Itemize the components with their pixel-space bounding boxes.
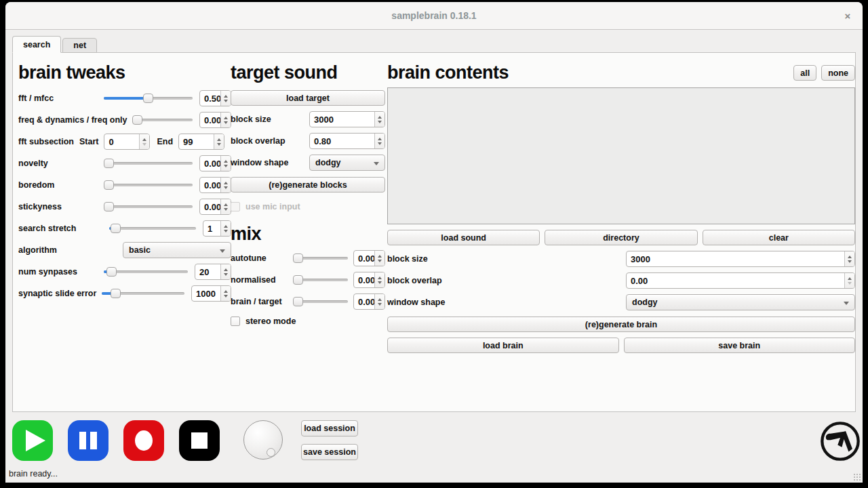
stop-button[interactable] xyxy=(179,420,220,461)
fft-mfcc-slider[interactable] xyxy=(104,93,193,104)
load-target-button[interactable]: load target xyxy=(231,90,385,106)
boredom-spinbox[interactable]: 0.00 xyxy=(199,177,231,193)
resize-grip[interactable] xyxy=(853,473,861,481)
normalised-value[interactable]: 0.00 xyxy=(354,272,374,287)
spin-up-icon[interactable] xyxy=(224,160,228,163)
regenerate-brain-button[interactable]: (re)generate brain xyxy=(387,317,855,332)
autotune-spinbox[interactable]: 0.00 xyxy=(353,250,385,266)
spin-up-icon[interactable] xyxy=(224,182,228,184)
spin-up-icon[interactable] xyxy=(848,277,852,280)
search-stretch-spinbox[interactable]: 1 xyxy=(203,220,231,237)
stickyness-value[interactable]: 0.00 xyxy=(200,199,220,214)
spin-buttons[interactable] xyxy=(220,264,231,279)
slider-handle[interactable] xyxy=(104,202,114,211)
select-none-button[interactable]: none xyxy=(821,65,855,81)
synaptic-slide-error-value[interactable]: 1000 xyxy=(192,286,220,301)
spin-up-icon[interactable] xyxy=(378,138,382,140)
spin-up-icon[interactable] xyxy=(217,138,221,141)
target-block-overlap-spinbox[interactable]: 0.80 xyxy=(309,133,385,149)
novelty-slider[interactable] xyxy=(104,158,193,169)
spin-up-icon[interactable] xyxy=(224,203,228,206)
spin-down-icon[interactable] xyxy=(224,295,228,298)
tab-search[interactable]: search xyxy=(12,36,61,53)
brain-block-size-spinbox[interactable]: 3000 xyxy=(626,251,855,267)
spin-down-icon[interactable] xyxy=(224,100,228,102)
directory-button[interactable]: directory xyxy=(545,230,697,245)
brain-block-overlap-spinbox[interactable]: 0.00 xyxy=(626,272,855,289)
boredom-slider[interactable] xyxy=(104,180,193,190)
novelty-spinbox[interactable]: 0.00 xyxy=(199,155,231,171)
spin-down-icon[interactable] xyxy=(224,165,228,167)
normalised-spinbox[interactable]: 0.00 xyxy=(353,272,385,288)
spin-buttons[interactable] xyxy=(374,251,384,266)
use-mic-input-checkbox[interactable] xyxy=(231,202,240,211)
spin-down-icon[interactable] xyxy=(378,121,382,123)
spin-buttons[interactable] xyxy=(220,113,231,127)
search-stretch-value[interactable]: 1 xyxy=(203,221,220,236)
spin-down-icon[interactable] xyxy=(217,143,221,146)
spin-buttons[interactable] xyxy=(214,134,224,149)
freq-dynamics-spinbox[interactable]: 0.00 xyxy=(199,112,231,128)
spin-buttons[interactable] xyxy=(220,199,231,214)
num-synpases-value[interactable]: 20 xyxy=(195,264,220,279)
slider-handle[interactable] xyxy=(293,275,303,285)
spin-up-icon[interactable] xyxy=(224,95,228,98)
slider-handle[interactable] xyxy=(104,180,114,190)
spin-buttons[interactable] xyxy=(139,134,149,149)
autotune-value[interactable]: 0.00 xyxy=(354,251,374,266)
autotune-slider[interactable] xyxy=(293,253,348,264)
fft-mfcc-spinbox[interactable]: 0.50 xyxy=(199,90,231,106)
stickyness-slider[interactable] xyxy=(104,201,193,212)
regenerate-blocks-button[interactable]: (re)generate blocks xyxy=(231,177,385,192)
slider-handle[interactable] xyxy=(143,94,153,103)
spin-down-icon[interactable] xyxy=(848,282,852,285)
pause-button[interactable] xyxy=(68,420,108,461)
synaptic-slide-error-slider[interactable] xyxy=(102,288,184,299)
brain-block-overlap-value[interactable]: 0.00 xyxy=(627,273,844,288)
fft-start-value[interactable]: 0 xyxy=(104,134,139,149)
spin-buttons[interactable] xyxy=(374,272,384,287)
spin-down-icon[interactable] xyxy=(378,303,382,306)
volume-knob[interactable] xyxy=(243,420,283,460)
save-brain-button[interactable]: save brain xyxy=(624,338,856,353)
brain-target-value[interactable]: 0.00 xyxy=(354,294,374,309)
save-session-button[interactable]: save session xyxy=(301,444,358,460)
spin-down-icon[interactable] xyxy=(224,230,228,232)
brain-contents-list[interactable] xyxy=(387,87,855,224)
load-brain-button[interactable]: load brain xyxy=(387,338,619,353)
num-synpases-slider[interactable] xyxy=(104,266,188,277)
slider-handle[interactable] xyxy=(111,224,121,233)
spin-down-icon[interactable] xyxy=(142,143,146,146)
target-block-overlap-value[interactable]: 0.80 xyxy=(310,134,374,148)
spin-down-icon[interactable] xyxy=(378,142,382,145)
spin-down-icon[interactable] xyxy=(848,260,852,263)
spin-up-icon[interactable] xyxy=(224,268,228,271)
spin-up-icon[interactable] xyxy=(224,290,228,293)
freq-dynamics-value[interactable]: 0.00 xyxy=(200,113,220,127)
target-block-size-value[interactable]: 3000 xyxy=(310,112,374,127)
close-icon[interactable]: × xyxy=(841,9,854,23)
spin-up-icon[interactable] xyxy=(378,298,382,301)
slider-handle[interactable] xyxy=(293,253,303,263)
spin-down-icon[interactable] xyxy=(378,260,382,262)
brain-target-slider[interactable] xyxy=(293,296,348,307)
spin-buttons[interactable] xyxy=(374,112,384,127)
spin-down-icon[interactable] xyxy=(224,121,228,124)
clear-button[interactable]: clear xyxy=(703,230,855,245)
target-window-shape-dropdown[interactable]: dodgy xyxy=(309,155,385,171)
spin-down-icon[interactable] xyxy=(224,273,228,276)
spin-up-icon[interactable] xyxy=(378,277,382,279)
stickyness-spinbox[interactable]: 0.00 xyxy=(199,199,231,215)
boredom-value[interactable]: 0.00 xyxy=(200,178,220,192)
load-sound-button[interactable]: load sound xyxy=(387,230,540,245)
spin-buttons[interactable] xyxy=(374,294,384,309)
spin-down-icon[interactable] xyxy=(378,281,382,284)
slider-handle[interactable] xyxy=(293,297,303,306)
spin-up-icon[interactable] xyxy=(378,255,382,258)
search-stretch-slider[interactable] xyxy=(109,223,196,234)
spin-buttons[interactable] xyxy=(220,221,231,236)
spin-down-icon[interactable] xyxy=(224,208,228,211)
play-button[interactable] xyxy=(12,420,53,461)
normalised-slider[interactable] xyxy=(293,274,348,285)
novelty-value[interactable]: 0.00 xyxy=(200,156,220,171)
